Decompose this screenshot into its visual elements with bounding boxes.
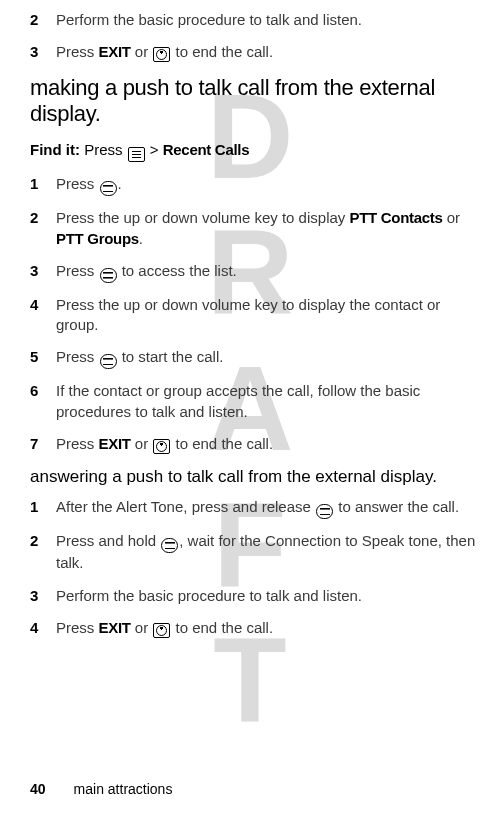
find-it-before: Press — [80, 141, 127, 158]
step-line: 4Press EXIT or to end the call. — [30, 618, 478, 638]
step-number: 1 — [30, 174, 56, 196]
step-text: Perform the basic procedure to talk and … — [56, 586, 362, 606]
step-text: Press . — [56, 174, 122, 196]
step-line: 6If the contact or group accepts the cal… — [30, 381, 478, 422]
steps-group-2: 1After the Alert Tone, press and release… — [30, 497, 478, 638]
text-fragment: After the Alert Tone, press and release — [56, 498, 315, 515]
text-fragment: . — [139, 230, 143, 247]
step-line: 3Press to access the list. — [30, 261, 478, 283]
step-text: Press EXIT or to end the call. — [56, 618, 273, 638]
text-fragment: Perform the basic procedure to talk and … — [56, 11, 362, 28]
step-line: 2Press the up or down volume key to disp… — [30, 208, 478, 249]
step-line: 1After the Alert Tone, press and release… — [30, 497, 478, 519]
text-fragment: or — [131, 43, 153, 60]
step-number: 2 — [30, 208, 56, 249]
step-line: 3Perform the basic procedure to talk and… — [30, 586, 478, 606]
ptt-icon — [100, 354, 117, 369]
step-number: 6 — [30, 381, 56, 422]
text-fragment: . — [118, 175, 122, 192]
step-line: 1Press . — [30, 174, 478, 196]
step-text: Press to start the call. — [56, 347, 223, 369]
text-fragment: or — [443, 209, 461, 226]
step-number: 1 — [30, 497, 56, 519]
step-line: 3Press EXIT or to end the call. — [30, 42, 478, 62]
step-text: Press the up or down volume key to displ… — [56, 208, 478, 249]
page-footer: 40main attractions — [30, 781, 172, 797]
bold-text: EXIT — [99, 435, 131, 452]
ptt-icon — [161, 538, 178, 553]
text-fragment: Press — [56, 435, 99, 452]
step-text: Press and hold , wait for the Connection… — [56, 531, 478, 573]
step-line: 5Press to start the call. — [30, 347, 478, 369]
step-text: Press EXIT or to end the call. — [56, 42, 273, 62]
step-number: 4 — [30, 618, 56, 638]
ptt-icon — [316, 504, 333, 519]
step-text: If the contact or group accepts the call… — [56, 381, 478, 422]
step-line: 7Press EXIT or to end the call. — [30, 434, 478, 454]
ptt-icon — [100, 181, 117, 196]
step-text: Press EXIT or to end the call. — [56, 434, 273, 454]
steps-group-1: 1Press .2Press the up or down volume key… — [30, 174, 478, 454]
text-fragment: Perform the basic procedure to talk and … — [56, 587, 362, 604]
text-fragment: Press — [56, 43, 99, 60]
step-number: 4 — [30, 295, 56, 336]
page-number: 40 — [30, 781, 46, 797]
find-it-target: Recent Calls — [163, 141, 249, 158]
subheading-answering-ptt: answering a push to talk call from the e… — [30, 466, 478, 487]
text-fragment: or — [131, 435, 153, 452]
bold-text: PTT Groups — [56, 230, 139, 247]
end-icon — [153, 47, 170, 62]
step-number: 3 — [30, 261, 56, 283]
end-icon — [153, 439, 170, 454]
text-fragment: Press the up or down volume key to displ… — [56, 209, 349, 226]
step-number: 3 — [30, 42, 56, 62]
ptt-icon — [100, 268, 117, 283]
pre-steps: 2Perform the basic procedure to talk and… — [30, 10, 478, 63]
page-content: 2Perform the basic procedure to talk and… — [30, 10, 478, 638]
text-fragment: Press — [56, 619, 99, 636]
section-name: main attractions — [74, 781, 173, 797]
text-fragment: Press — [56, 348, 99, 365]
bold-text: PTT Contacts — [349, 209, 442, 226]
text-fragment: Press — [56, 262, 99, 279]
find-it-label: Find it: — [30, 141, 80, 158]
find-it-line: Find it: Press > Recent Calls — [30, 141, 478, 162]
step-number: 2 — [30, 10, 56, 30]
text-fragment: or — [131, 619, 153, 636]
step-number: 3 — [30, 586, 56, 606]
text-fragment: to end the call. — [171, 435, 273, 452]
bold-text: EXIT — [99, 619, 131, 636]
step-number: 5 — [30, 347, 56, 369]
text-fragment: to access the list. — [118, 262, 237, 279]
end-icon — [153, 623, 170, 638]
menu-icon — [128, 147, 145, 162]
text-fragment: to start the call. — [118, 348, 224, 365]
step-text: Press to access the list. — [56, 261, 237, 283]
bold-text: EXIT — [99, 43, 131, 60]
step-line: 2Press and hold , wait for the Connectio… — [30, 531, 478, 573]
step-line: 4Press the up or down volume key to disp… — [30, 295, 478, 336]
step-number: 2 — [30, 531, 56, 573]
text-fragment: If the contact or group accepts the call… — [56, 382, 420, 419]
text-fragment: Press — [56, 175, 99, 192]
step-text: Perform the basic procedure to talk and … — [56, 10, 362, 30]
find-it-mid: > — [146, 141, 163, 158]
step-number: 7 — [30, 434, 56, 454]
text-fragment: Press and hold — [56, 532, 160, 549]
text-fragment: to answer the call. — [334, 498, 459, 515]
text-fragment: to end the call. — [171, 619, 273, 636]
heading-making-ptt-call: making a push to talk call from the exte… — [30, 75, 478, 128]
step-text: Press the up or down volume key to displ… — [56, 295, 478, 336]
text-fragment: to end the call. — [171, 43, 273, 60]
step-text: After the Alert Tone, press and release … — [56, 497, 459, 519]
step-line: 2Perform the basic procedure to talk and… — [30, 10, 478, 30]
text-fragment: Press the up or down volume key to displ… — [56, 296, 440, 333]
